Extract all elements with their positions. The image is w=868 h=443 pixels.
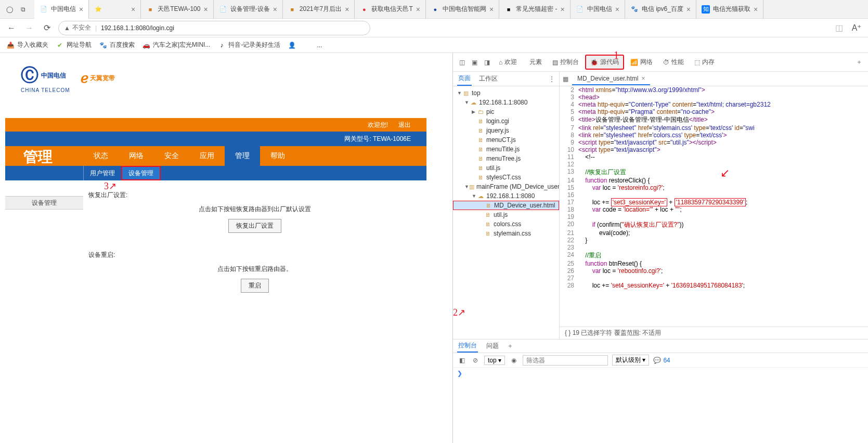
browser-tab[interactable]: 📄中国电信× xyxy=(571,0,625,19)
tree-row[interactable]: 🗎menuTree.js xyxy=(453,154,559,163)
log-level-select[interactable]: 默认级别 ▾ xyxy=(612,355,649,366)
browser-tab[interactable]: 📄设备管理-设备× xyxy=(214,0,283,19)
code-tab-file[interactable]: MD_Device_user.html × xyxy=(572,73,650,85)
device-toolbar-icon[interactable]: ▣ xyxy=(470,58,479,67)
tree-row[interactable]: ▼☁192.168.1.1:8080 xyxy=(453,191,559,201)
nav-item[interactable]: 网络 xyxy=(119,146,154,166)
window-icon[interactable]: ⧉ xyxy=(21,6,28,13)
nav-files-icon[interactable]: ▦ xyxy=(563,75,572,83)
restore-button[interactable]: 恢复出厂设置 xyxy=(228,219,281,233)
filter-input[interactable] xyxy=(523,355,608,366)
devtools-tab[interactable]: ⏱性能 xyxy=(659,55,688,70)
browser-tab[interactable]: ■天邑TEWA-100× xyxy=(141,0,213,19)
tree-row[interactable]: 🗎MD_Device_user.html xyxy=(453,201,559,210)
bookmark-item[interactable]: 📥导入收藏夹 xyxy=(6,41,48,49)
side-menu-item[interactable]: 设备管理 xyxy=(5,196,83,210)
subnav-item[interactable]: 设备管理 xyxy=(121,166,161,180)
browser-tab[interactable]: 🐾电信 ipv6_百度× xyxy=(625,0,696,19)
tree-row[interactable]: ▼▥top xyxy=(453,88,559,98)
page-content: Ⓒ中国电信 CHINA TELECOM ℯ天翼宽带 欢迎您! 退出 网关型号: … xyxy=(0,53,452,443)
tree-row[interactable]: 🗎util.js xyxy=(453,210,559,219)
source-code[interactable]: 2<html xmlns="http://www.w3.org/1999/xht… xyxy=(560,86,868,327)
reader-icon[interactable]: ◫ xyxy=(833,22,845,34)
browser-tab[interactable]: ■2021年7月后出× xyxy=(283,0,355,19)
eye-icon[interactable]: ◉ xyxy=(509,356,519,365)
tree-row[interactable]: 🗎util.js xyxy=(453,163,559,173)
tree-row[interactable]: 🗎menuCT.js xyxy=(453,135,559,145)
sources-tab-workspace[interactable]: 工作区 xyxy=(478,72,499,85)
add-drawer-tab-icon[interactable]: ＋ xyxy=(507,342,513,350)
close-tab-icon[interactable]: × xyxy=(345,5,349,14)
tab-icon: 📶 xyxy=(630,59,638,66)
close-tab-icon[interactable]: × xyxy=(641,75,645,82)
forward-button[interactable]: → xyxy=(23,22,35,34)
console-prompt[interactable]: ❯ xyxy=(453,368,868,443)
browser-tab[interactable]: ⭐× xyxy=(89,0,141,19)
subnav-item[interactable]: 用户管理 xyxy=(83,166,121,180)
inspect-icon[interactable]: ◫ xyxy=(457,58,467,67)
tree-row[interactable]: 🗎jquery.js xyxy=(453,126,559,135)
close-tab-icon[interactable]: × xyxy=(131,5,135,14)
sources-tab-page[interactable]: 页面 xyxy=(457,72,472,86)
browser-tab[interactable]: 知电信光猫获取× xyxy=(696,0,763,19)
bookmark-item[interactable]: ✔网址导航 xyxy=(56,41,92,49)
url-input[interactable]: ▲ 不安全 | 192.168.1.1:8080/login.cgi xyxy=(58,21,370,35)
reload-button[interactable]: ⟳ xyxy=(41,22,53,34)
logout-link[interactable]: 退出 xyxy=(398,121,411,129)
close-tab-icon[interactable]: × xyxy=(615,5,619,14)
tianyi-logo: ℯ天翼宽带 xyxy=(81,70,115,86)
devtools-tab[interactable]: ⌂欢迎 xyxy=(495,55,521,70)
sources-more-icon[interactable]: ⋮ xyxy=(549,75,555,83)
close-tab-icon[interactable]: × xyxy=(273,5,277,14)
tree-row[interactable]: ▼☁192.168.1.1:8080 xyxy=(453,98,559,107)
nav-item[interactable]: 安全 xyxy=(154,146,189,166)
bookmark-item[interactable]: 👤 xyxy=(288,41,299,49)
tree-row[interactable]: ▶🗀pic xyxy=(453,107,559,116)
dock-icon[interactable]: ◨ xyxy=(482,58,491,67)
tree-row[interactable]: 🗎colors.css xyxy=(453,219,559,229)
devtools-tab[interactable]: ⬚内存 xyxy=(690,55,719,70)
devtools-tab[interactable]: 元素 xyxy=(523,55,546,70)
close-tab-icon[interactable]: × xyxy=(560,5,564,14)
console-sidebar-icon[interactable]: ◧ xyxy=(457,356,467,365)
clear-console-icon[interactable]: ⊘ xyxy=(471,356,480,365)
drawer-tab-console[interactable]: 控制台 xyxy=(457,340,478,353)
favicon-icon: ● xyxy=(431,5,439,14)
drawer-tab-issues[interactable]: 问题 xyxy=(485,340,500,352)
reboot-button[interactable]: 重启 xyxy=(241,279,269,293)
browser-tab[interactable]: ●中国电信智能网× xyxy=(426,0,499,19)
bookmark-item[interactable]: 🐾百度搜索 xyxy=(99,41,135,49)
devtools-tab[interactable]: ▤控制台 xyxy=(548,55,583,70)
add-tab-icon[interactable]: ＋ xyxy=(854,58,864,67)
close-tab-icon[interactable]: × xyxy=(686,5,691,14)
tree-row[interactable]: 🗎stylesCT.css xyxy=(453,173,559,182)
welcome-text: 欢迎您! xyxy=(368,121,388,129)
nav-item[interactable]: 状态 xyxy=(83,146,119,166)
bookmark-icon: ♪ xyxy=(217,41,226,49)
close-tab-icon[interactable]: × xyxy=(754,5,758,14)
tree-row[interactable]: ▼▥mainFrame (MD_Device_user.ht xyxy=(453,182,559,191)
close-tab-icon[interactable]: × xyxy=(489,5,494,14)
text-size-icon[interactable]: A⁺ xyxy=(850,22,863,34)
nav-item[interactable]: 帮助 xyxy=(260,146,295,166)
bookmark-item[interactable]: 🚗汽车之家|宏光MINI... xyxy=(142,41,210,49)
close-tab-icon[interactable]: × xyxy=(416,5,420,14)
close-tab-icon[interactable]: × xyxy=(79,5,83,14)
bookmark-item[interactable]: ... xyxy=(306,41,322,49)
context-select[interactable]: top ▾ xyxy=(484,356,505,365)
message-count[interactable]: 💬 64 xyxy=(653,357,670,364)
devtools-tab[interactable]: 📶网络 xyxy=(626,55,657,70)
tree-row[interactable]: 🗎stylemain.css xyxy=(453,229,559,238)
tree-row[interactable]: 🗎login.cgi xyxy=(453,116,559,126)
browser-tab[interactable]: ●获取电信天邑T× xyxy=(355,0,426,19)
browser-tab[interactable]: ■常见光猫超密 -× xyxy=(499,0,571,19)
profile-icon[interactable]: ◯ xyxy=(6,6,14,13)
nav-item[interactable]: 管理 xyxy=(225,146,260,166)
nav-item[interactable]: 应用 xyxy=(189,146,225,166)
close-tab-icon[interactable]: × xyxy=(203,5,208,14)
tree-row[interactable]: 🗎menuTitle.js xyxy=(453,145,559,154)
back-button[interactable]: ← xyxy=(5,22,18,34)
bookmark-item[interactable]: ♪抖音-记录美好生活 xyxy=(217,41,280,49)
devtools-tab[interactable]: 🐞源代码 xyxy=(585,55,624,70)
browser-tab[interactable]: 📄中国电信× xyxy=(34,0,89,19)
